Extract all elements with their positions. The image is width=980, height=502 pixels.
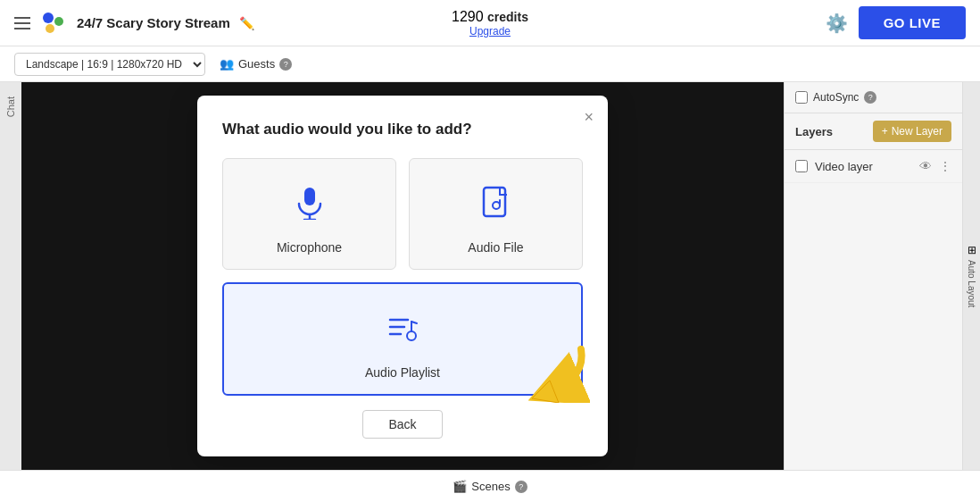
go-live-button[interactable]: GO LIVE (859, 6, 966, 39)
logo-icon (39, 9, 68, 38)
audio-modal: What audio would you like to add? × (197, 96, 608, 456)
left-sidebar: Chat (0, 82, 21, 470)
autosync-label: AutoSync (813, 91, 859, 104)
audio-file-option[interactable]: Audio File (409, 158, 583, 270)
autosync-row: AutoSync ? (785, 82, 962, 113)
upgrade-link[interactable]: Upgrade (452, 25, 528, 38)
eye-icon[interactable]: 👁 (919, 159, 932, 173)
resolution-select[interactable]: Landscape | 16:9 | 1280x720 HD (14, 53, 205, 76)
guests-help-icon: ? (279, 58, 292, 71)
header-right: ⚙️ GO LIVE (649, 6, 966, 39)
audio-playlist-label: Audio Playlist (365, 365, 440, 380)
credits-amount: 1290 credits (452, 9, 528, 25)
autosync-checkbox[interactable] (795, 91, 808, 104)
scenes-button[interactable]: 🎬 Scenes ? (453, 480, 527, 493)
edit-icon[interactable]: ✏️ (239, 16, 254, 30)
back-button[interactable]: Back (362, 410, 442, 439)
right-panel: AutoSync ? Layers + New Layer Video laye… (784, 82, 962, 470)
scenes-help-icon: ? (515, 481, 527, 493)
audio-playlist-option[interactable]: Audio Playlist (222, 282, 583, 396)
layers-header: Layers + New Layer (785, 113, 962, 150)
microphone-label: Microphone (277, 240, 342, 255)
toolbar: Landscape | 16:9 | 1280x720 HD 👥 Guests … (0, 46, 980, 82)
autosync-help-icon: ? (864, 91, 876, 104)
svg-point-1 (54, 17, 63, 26)
microphone-option[interactable]: Microphone (222, 158, 396, 270)
hamburger-menu[interactable] (14, 17, 30, 29)
chat-label: Chat (5, 96, 16, 117)
auto-layout-bar: ⊞ Auto Layout (962, 82, 980, 470)
credits-block: 1290 credits Upgrade (452, 9, 528, 38)
modal-title: What audio would you like to add? (222, 121, 583, 138)
scenes-icon: 🎬 (453, 480, 467, 493)
modal-close-button[interactable]: × (584, 108, 594, 127)
modal-footer: Back (222, 410, 583, 439)
header: 24/7 Scary Story Stream ✏️ 1290 credits … (0, 0, 980, 46)
settings-button[interactable]: ⚙️ (826, 13, 848, 34)
auto-layout-label[interactable]: Auto Layout (967, 260, 976, 307)
playlist-icon (385, 309, 420, 353)
microphone-icon (292, 184, 328, 228)
guests-button[interactable]: 👥 Guests ? (220, 57, 292, 71)
video-layer-checkbox[interactable] (795, 160, 808, 172)
video-layer-row[interactable]: Video layer 👁 ⋮ (785, 150, 962, 183)
audio-file-label: Audio File (468, 240, 523, 255)
svg-point-0 (43, 13, 54, 23)
modal-overlay: What audio would you like to add? × (21, 82, 784, 470)
new-layer-button[interactable]: + New Layer (873, 121, 951, 142)
svg-point-7 (493, 202, 500, 209)
main-area: Chat What audio would you like to add? × (0, 82, 980, 470)
modal-options: Microphone Audio File (222, 158, 583, 396)
plus-icon: + (882, 125, 888, 138)
svg-point-2 (46, 24, 54, 33)
layout-icon: ⊞ (968, 244, 976, 256)
audio-file-icon (478, 184, 514, 228)
svg-point-12 (407, 331, 416, 340)
more-options-icon[interactable]: ⋮ (939, 159, 951, 173)
header-center: 1290 credits Upgrade (331, 9, 648, 38)
canvas-area: What audio would you like to add? × (21, 82, 784, 470)
svg-rect-3 (304, 188, 315, 205)
stream-title: 24/7 Scary Story Stream (77, 15, 230, 30)
layers-title: Layers (795, 125, 833, 138)
bottom-bar: 🎬 Scenes ? (0, 470, 980, 502)
video-layer-label: Video layer (815, 160, 912, 173)
guests-icon: 👥 (220, 57, 234, 71)
header-left: 24/7 Scary Story Stream ✏️ (14, 9, 331, 38)
